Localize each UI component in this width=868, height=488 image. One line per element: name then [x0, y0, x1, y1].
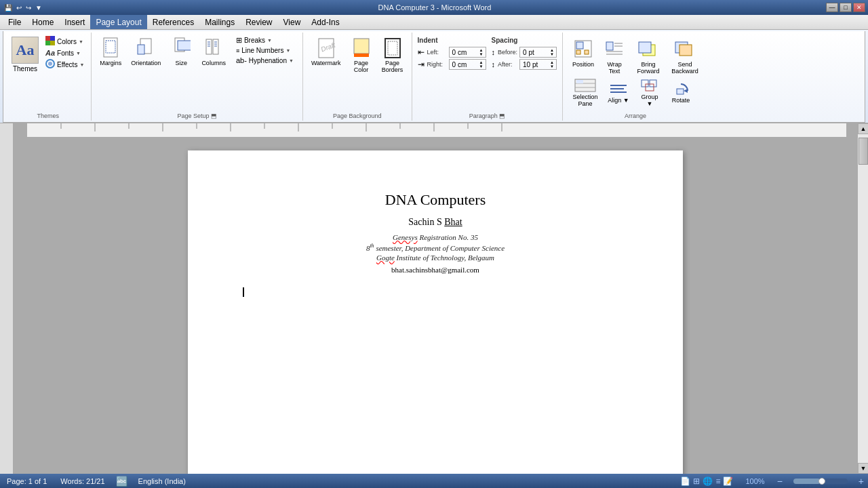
page-color-label: PageColor — [354, 60, 369, 73]
redo-quick-btn[interactable]: ↪ — [24, 4, 33, 12]
scroll-up-arrow[interactable]: ▲ — [858, 123, 868, 134]
align-icon — [608, 82, 629, 96]
effects-dropdown-arrow: ▼ — [79, 62, 84, 67]
window-controls[interactable]: — □ ✕ — [826, 3, 865, 12]
menu-insert[interactable]: Insert — [59, 15, 90, 29]
hyphenation-button[interactable]: ab- Hyphenation ▼ — [234, 56, 296, 65]
scroll-thumb[interactable] — [859, 138, 868, 165]
line-numbers-icon: ≡ — [236, 47, 239, 54]
hyphenation-icon: ab- — [236, 56, 247, 64]
menu-page-layout[interactable]: Page Layout — [90, 15, 146, 29]
menu-home[interactable]: Home — [26, 15, 59, 29]
view-draft-icon[interactable]: 📝 — [723, 476, 733, 486]
view-full-icon[interactable]: ⊞ — [693, 476, 700, 486]
indent-left-input[interactable]: 0 cm ▲ ▼ — [449, 47, 486, 58]
scroll-track[interactable] — [858, 134, 868, 463]
spacing-before-input[interactable]: 0 pt ▲ ▼ — [519, 47, 557, 58]
page-borders-button[interactable]: PageBorders — [378, 35, 408, 75]
columns-button[interactable]: Columns — [197, 35, 230, 68]
document-area[interactable]: DNA Computers Sachin S Bhat Genesys Regi… — [14, 123, 857, 474]
page-background-label: Page Background — [307, 111, 408, 119]
spacing-before-row: ↕ Before: 0 pt ▲ ▼ — [492, 47, 557, 58]
zoom-slider-thumb[interactable] — [818, 478, 825, 485]
spacing-after-down[interactable]: ▼ — [549, 64, 555, 68]
scroll-down-arrow[interactable]: ▼ — [858, 463, 868, 474]
svg-rect-50 — [677, 89, 684, 94]
themes-button[interactable]: Aa Themes — [9, 35, 41, 74]
watermark-button[interactable]: Draft Watermark — [307, 35, 345, 68]
spacing-after-input[interactable]: 10 pt ▲ ▼ — [519, 59, 557, 70]
group-button[interactable]: Group ▼ — [635, 77, 665, 108]
indent-left-spinners[interactable]: ▲ ▼ — [479, 48, 484, 56]
bring-forward-button[interactable]: BringForward — [631, 37, 666, 76]
view-print-icon[interactable]: 📄 — [680, 476, 690, 486]
colors-label: Colors — [57, 38, 77, 45]
position-button[interactable]: Position — [568, 37, 598, 76]
indent-right-input[interactable]: 0 cm ▲ ▼ — [449, 59, 486, 70]
spacing-after-spinners[interactable]: ▲ ▼ — [549, 60, 555, 68]
spacing-before-down[interactable]: ▼ — [549, 52, 555, 56]
spacing-before-spinners[interactable]: ▲ ▼ — [549, 48, 555, 56]
page-color-button[interactable]: PageColor — [347, 35, 376, 75]
themes-icon: Aa — [12, 37, 39, 64]
paragraph-expand[interactable]: ⬒ — [499, 113, 505, 119]
colors-button[interactable]: Colors ▼ — [43, 35, 87, 47]
zoom-out-icon[interactable]: − — [777, 476, 783, 487]
indent-right-row: ⇥ Right: 0 cm ▲ ▼ — [418, 59, 486, 70]
close-button[interactable]: ✕ — [853, 3, 865, 12]
effects-icon — [45, 59, 55, 70]
view-outline-icon[interactable]: ≡ — [715, 476, 720, 486]
menu-view[interactable]: View — [278, 15, 307, 29]
rotate-button[interactable]: Rotate — [666, 81, 696, 105]
document-page[interactable]: DNA Computers Sachin S Bhat Genesys Regi… — [188, 150, 683, 474]
wrap-text-icon — [604, 38, 625, 60]
align-button[interactable]: Align ▼ — [604, 81, 633, 105]
page-setup-expand[interactable]: ⬒ — [211, 113, 217, 119]
wrap-text-button[interactable]: WrapText — [599, 37, 629, 76]
fonts-button[interactable]: Aa Fonts ▼ — [43, 48, 87, 58]
bring-forward-label: BringForward — [637, 61, 660, 75]
view-web-icon[interactable]: 🌐 — [703, 476, 713, 486]
align-label: Align ▼ — [608, 97, 629, 104]
columns-label: Columns — [201, 60, 226, 66]
page-setup-text: Page Setup — [178, 113, 210, 119]
breaks-arrow: ▼ — [267, 38, 272, 43]
effects-button[interactable]: Effects ▼ — [43, 58, 87, 70]
menu-mailings[interactable]: Mailings — [199, 15, 240, 29]
menu-file[interactable]: File — [3, 15, 26, 29]
selection-pane-button[interactable]: SelectionPane — [568, 77, 602, 108]
send-backward-label: SendBackward — [671, 61, 698, 75]
view-icons[interactable]: 📄 ⊞ 🌐 ≡ 📝 — [680, 476, 733, 486]
save-quick-btn[interactable]: 💾 — [3, 4, 14, 12]
orientation-button[interactable]: Orientation — [127, 35, 165, 68]
breaks-button[interactable]: ⊞ Breaks ▼ — [234, 35, 296, 45]
send-backward-button[interactable]: SendBackward — [667, 37, 703, 76]
document-body[interactable] — [242, 287, 629, 298]
indent-right-down[interactable]: ▼ — [479, 64, 484, 68]
menu-bar[interactable]: File Home Insert Page Layout References … — [0, 15, 868, 30]
spacing-after-row: ↕ After: 10 pt ▲ ▼ — [492, 59, 557, 70]
quick-access-toolbar[interactable]: 💾 ↩ ↪ ▼ — [3, 4, 43, 12]
breaks-icon: ⊞ — [236, 36, 242, 45]
restore-button[interactable]: □ — [840, 3, 852, 12]
size-button[interactable]: Size — [166, 35, 196, 68]
margins-button[interactable]: Margins — [96, 35, 125, 68]
menu-references[interactable]: References — [147, 15, 199, 29]
dropdown-quick-btn[interactable]: ▼ — [34, 4, 43, 12]
watermark-icon: Draft — [315, 37, 337, 58]
menu-review[interactable]: Review — [240, 15, 277, 29]
zoom-level: 100% — [741, 477, 768, 485]
line-numbers-button[interactable]: ≡ Line Numbers ▼ — [234, 46, 296, 55]
menu-add-ins[interactable]: Add-Ins — [306, 15, 344, 29]
vertical-scrollbar[interactable]: ▲ ▼ — [857, 123, 868, 474]
zoom-in-icon[interactable]: + — [859, 476, 864, 487]
minimize-button[interactable]: — — [826, 3, 838, 12]
indent-left-down[interactable]: ▼ — [479, 52, 484, 56]
arrange-group: Position WrapText BringFor — [563, 33, 708, 121]
svg-rect-1 — [50, 36, 55, 41]
spell-check-icon[interactable]: 🔤 — [116, 476, 127, 487]
indent-right-spinners[interactable]: ▲ ▼ — [479, 60, 484, 68]
zoom-slider[interactable] — [793, 479, 848, 484]
undo-quick-btn[interactable]: ↩ — [15, 4, 23, 12]
svg-rect-29 — [585, 50, 589, 54]
